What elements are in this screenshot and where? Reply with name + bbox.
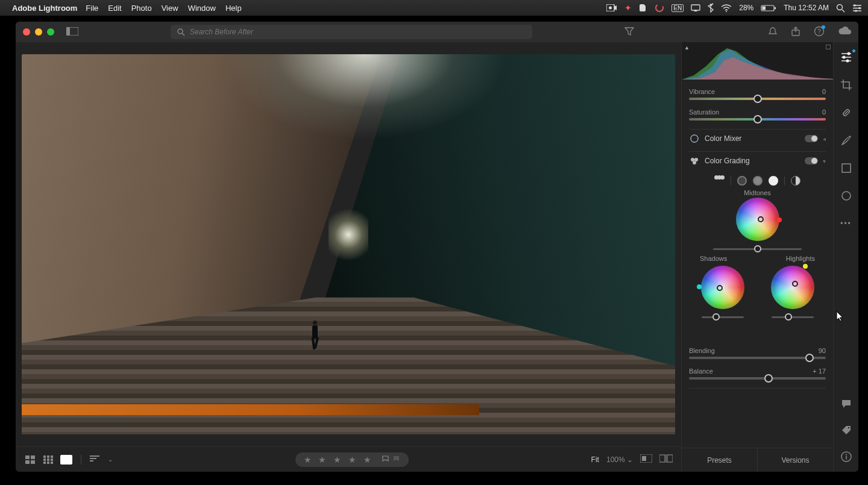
fit-button[interactable]: Fit bbox=[591, 455, 599, 464]
svg-text:?: ? bbox=[817, 28, 821, 35]
highlights-label: Highlights bbox=[786, 255, 815, 262]
grading-tab-highlights[interactable] bbox=[769, 176, 778, 186]
shadows-label: Shadows bbox=[700, 255, 727, 262]
edit-sliders-tool-icon[interactable] bbox=[840, 51, 853, 64]
vibrance-knob[interactable] bbox=[753, 95, 762, 103]
balance-knob[interactable] bbox=[764, 374, 773, 383]
menu-file[interactable]: File bbox=[86, 4, 98, 13]
battery-icon[interactable] bbox=[761, 4, 776, 12]
photo-canvas[interactable] bbox=[16, 42, 681, 446]
color-grading-section[interactable]: Color Grading ▾ bbox=[689, 151, 826, 170]
brush-tool-icon[interactable] bbox=[840, 134, 853, 147]
midtones-wheel[interactable] bbox=[736, 198, 779, 241]
input-icon[interactable]: EN bbox=[671, 4, 684, 12]
grading-tab-shadows[interactable] bbox=[737, 176, 747, 186]
midtones-luminance-slider[interactable] bbox=[713, 248, 802, 250]
color-grading-toggle[interactable] bbox=[805, 157, 818, 164]
app-name[interactable]: Adobe Lightroom bbox=[12, 4, 77, 13]
zoom-level[interactable]: 100% ⌄ bbox=[606, 455, 633, 464]
saturation-slider[interactable]: Saturation0 bbox=[689, 108, 826, 120]
bluetooth-icon[interactable] bbox=[708, 3, 714, 13]
presets-tab[interactable]: Presets bbox=[682, 448, 757, 472]
notifications-icon[interactable] bbox=[768, 27, 778, 38]
close-button[interactable] bbox=[23, 28, 30, 36]
crop-tool-icon[interactable] bbox=[840, 78, 853, 92]
1to1-icon[interactable] bbox=[640, 454, 652, 465]
comments-icon[interactable] bbox=[840, 397, 853, 410]
rating-control[interactable]: ★ ★ ★ ★ ★ bbox=[295, 452, 409, 467]
maximize-button[interactable] bbox=[47, 28, 54, 36]
menubar-tray: ✦ EN 28% Thu 12:52 AM bbox=[606, 3, 862, 13]
svg-rect-7 bbox=[763, 6, 766, 10]
blending-knob[interactable] bbox=[805, 354, 814, 362]
balance-slider[interactable]: Balance+ 17 bbox=[689, 368, 826, 380]
rating-stars[interactable]: ★ ★ ★ ★ ★ bbox=[304, 455, 374, 465]
search-placeholder: Search Before After bbox=[190, 28, 253, 36]
spotlight-icon[interactable] bbox=[836, 4, 845, 13]
svg-point-48 bbox=[694, 158, 698, 161]
lightroom-window: Search Before After ? bbox=[16, 22, 858, 472]
vibrance-slider[interactable]: Vibrance0 bbox=[689, 88, 826, 100]
control-center-icon[interactable] bbox=[852, 4, 862, 12]
shadows-luminance-slider[interactable] bbox=[702, 316, 744, 318]
svg-point-4 bbox=[726, 11, 727, 12]
svg-rect-34 bbox=[47, 462, 49, 464]
healing-tool-icon[interactable] bbox=[840, 106, 853, 119]
color-mixer-chevron-icon[interactable]: ◂ bbox=[823, 136, 826, 142]
grading-tab-all[interactable] bbox=[715, 176, 725, 186]
sort-chevron-icon[interactable]: ⌄ bbox=[108, 456, 113, 463]
svg-point-62 bbox=[845, 454, 846, 455]
linear-gradient-tool-icon[interactable] bbox=[840, 161, 853, 175]
compare-view-icon[interactable] bbox=[659, 454, 673, 465]
grading-tab-midtones[interactable] bbox=[753, 176, 763, 186]
radial-gradient-tool-icon[interactable] bbox=[840, 189, 853, 202]
color-grading-chevron-icon[interactable]: ▾ bbox=[823, 158, 826, 164]
flag-reject-icon[interactable] bbox=[393, 455, 400, 464]
highlights-wheel[interactable] bbox=[771, 266, 814, 309]
grid-small-view-icon[interactable] bbox=[42, 455, 54, 465]
highlights-luminance-slider[interactable] bbox=[772, 316, 814, 318]
menu-photo[interactable]: Photo bbox=[131, 4, 152, 13]
menu-help[interactable]: Help bbox=[225, 4, 242, 13]
grid-large-view-icon[interactable] bbox=[24, 455, 36, 465]
panel-bottom-tabs: Presets Versions bbox=[682, 448, 833, 472]
evernote-icon[interactable] bbox=[639, 4, 647, 12]
share-icon[interactable] bbox=[791, 27, 800, 38]
blending-slider[interactable]: Blending90 bbox=[689, 347, 826, 359]
svg-line-9 bbox=[842, 10, 844, 12]
help-icon[interactable]: ? bbox=[814, 26, 825, 39]
search-input[interactable]: Search Before After bbox=[171, 25, 532, 39]
color-mixer-section[interactable]: Color Mixer ◂ bbox=[689, 129, 826, 148]
left-panel-toggle-icon[interactable] bbox=[66, 27, 78, 37]
menu-window[interactable]: Window bbox=[188, 4, 216, 13]
sort-icon[interactable] bbox=[90, 455, 102, 464]
minimize-button[interactable] bbox=[35, 28, 42, 36]
keywords-icon[interactable] bbox=[840, 424, 853, 437]
info-icon[interactable] bbox=[840, 450, 853, 463]
screenrec-icon[interactable] bbox=[606, 4, 617, 11]
menu-edit[interactable]: Edit bbox=[108, 4, 121, 13]
svg-point-46 bbox=[690, 134, 699, 143]
wifi-icon[interactable] bbox=[721, 4, 732, 12]
clock[interactable]: Thu 12:52 AM bbox=[784, 4, 829, 12]
menu-view[interactable]: View bbox=[162, 4, 178, 13]
spinner-icon[interactable] bbox=[655, 3, 664, 13]
traffic-lights bbox=[23, 28, 54, 36]
color-mixer-toggle[interactable] bbox=[805, 135, 818, 142]
more-tools-icon[interactable]: ••• bbox=[840, 217, 853, 230]
shadows-wheel[interactable] bbox=[701, 266, 744, 309]
dropbox-icon[interactable]: ✦ bbox=[624, 3, 632, 13]
tool-strip: ••• bbox=[833, 42, 858, 472]
single-view-icon[interactable] bbox=[60, 455, 72, 465]
filter-icon[interactable] bbox=[624, 27, 634, 37]
histogram[interactable]: ▲ bbox=[682, 42, 833, 80]
svg-rect-23 bbox=[25, 455, 30, 459]
cloud-sync-icon[interactable] bbox=[838, 27, 851, 37]
edit-panel: ▲ Vibrance0 Saturation0 bbox=[681, 42, 833, 472]
flag-pick-icon[interactable] bbox=[382, 455, 389, 464]
saturation-knob[interactable] bbox=[753, 115, 762, 124]
grading-tab-global[interactable] bbox=[791, 176, 800, 186]
versions-tab[interactable]: Versions bbox=[757, 448, 833, 472]
svg-rect-63 bbox=[846, 456, 847, 460]
airplay-icon[interactable] bbox=[691, 4, 700, 12]
